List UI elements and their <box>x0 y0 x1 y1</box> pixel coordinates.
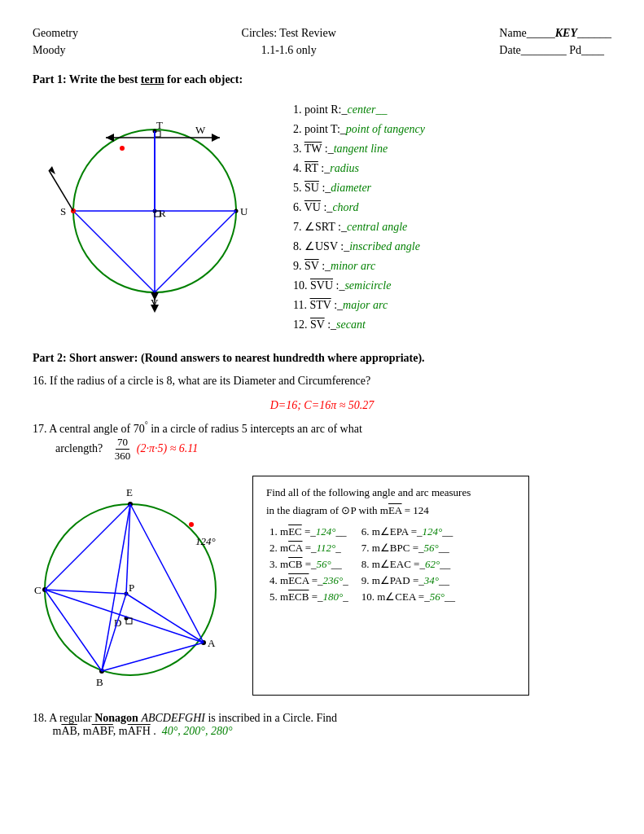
list-item: 3. TW :_tangent line <box>293 140 425 157</box>
instructor-label: Moody <box>33 42 78 59</box>
label-A: A <box>208 637 216 649</box>
label-E: E <box>126 486 133 498</box>
test-subtitle: 1.1-1.6 only <box>242 42 336 59</box>
svg-line-36 <box>102 643 204 671</box>
question-17: 17. A central angle of 70° in a circle o… <box>33 420 611 463</box>
circle2-svg: E C B A P D <box>33 476 236 696</box>
list-item: 7. ∠SRT :_central angle <box>293 218 425 235</box>
table-row: 4. mECA =_236°_ 9. m∠PAD =_34°__ <box>266 573 465 589</box>
list-item: 11. STV :_major arc <box>293 296 425 314</box>
header: Geometry Moody Circles: Test Review 1.1-… <box>33 24 611 59</box>
test-title: Circles: Test Review <box>242 24 336 42</box>
label-T: T <box>156 119 163 131</box>
label-S: S <box>60 205 66 217</box>
list-item: 5. SU :_diameter <box>293 179 425 196</box>
label-P: P <box>129 582 134 594</box>
svg-line-13 <box>155 211 236 292</box>
header-left: Geometry Moody <box>33 24 78 59</box>
q18-number: 18. <box>33 712 47 724</box>
list-item: 4. RT :_radius <box>293 160 425 177</box>
part1-container: T W S U V R <box>33 93 611 336</box>
list-item: 9. SV :_minor arc <box>293 257 425 274</box>
svg-line-38 <box>102 594 126 671</box>
answers-area: 1. point R:_center__ 2. point T:_point o… <box>293 93 425 336</box>
table-row: 3. mCB =_56°__ 8. m∠EAC =_62°__ <box>266 556 465 573</box>
answer-box: Find all of the following angle and arc … <box>252 476 529 696</box>
table-row: 2. mCA =_112°_ 7. m∠BPC =_56°__ <box>266 540 465 556</box>
part2-title: Part 2: Short answer: (Round answers to … <box>33 352 611 365</box>
q18-answer: 40°, 200°, 280° <box>162 725 233 737</box>
list-item: 12. SV :_secant <box>293 316 425 333</box>
list-item: 8. ∠USV :_inscribed angle <box>293 238 425 255</box>
svg-line-12 <box>73 211 155 292</box>
box-subtitle: in the diagram of ⊙P with mEA = 124 <box>266 504 515 517</box>
circle-diagram-2: E C B A P D <box>33 476 236 696</box>
header-center: Circles: Test Review 1.1-1.6 only <box>242 24 336 59</box>
part3-container: E C B A P D <box>33 476 611 696</box>
list-item: 10. SVU :_semicircle <box>293 277 425 294</box>
part1-title: Part 1: Write the best term for each obj… <box>33 73 611 86</box>
label-124: 124° <box>195 535 216 547</box>
fraction-70-360: 70 360 <box>113 436 133 463</box>
svg-line-40 <box>126 594 204 643</box>
q16-answer: D=16; C=16π ≈ 50.27 <box>33 399 611 412</box>
table-row: 1. mEC =_124°__ 6. m∠EPA =_124°__ <box>266 524 465 540</box>
q17-number: 17. <box>33 423 47 435</box>
list-item: 1. point R:_center__ <box>293 101 425 118</box>
circle-diagram: T W S U V R <box>33 93 277 321</box>
label-B: B <box>96 676 103 688</box>
answers-table: 1. mEC =_124°__ 6. m∠EPA =_124°__ 2. mCA… <box>266 524 465 605</box>
box-title: Find all of the following angle and arc … <box>266 486 515 499</box>
header-right: Name_____KEY______ Date________ Pd____ <box>499 24 611 59</box>
svg-line-35 <box>45 590 102 671</box>
list-item: 6. VU :_chord <box>293 199 425 216</box>
course-label: Geometry <box>33 24 78 42</box>
date-field: Date________ Pd____ <box>499 42 611 59</box>
svg-marker-22 <box>151 305 159 313</box>
svg-marker-4 <box>212 134 220 142</box>
q17-answer: (2·π·5) ≈ 6.11 <box>137 441 198 454</box>
svg-point-18 <box>120 146 125 151</box>
svg-point-24 <box>189 522 194 527</box>
question-18: 18. A regular Nonagon ABCDEFGHI is inscr… <box>33 712 611 738</box>
svg-marker-20 <box>49 166 55 174</box>
label-C: C <box>34 584 42 596</box>
table-row: 5. mECB =_180°_ 10. m∠CEA =_56°__ <box>266 589 465 605</box>
label-W: W <box>195 124 206 136</box>
answers-list: 1. point R:_center__ 2. point T:_point o… <box>293 101 425 333</box>
svg-marker-3 <box>106 134 114 142</box>
list-item: 2. point T:_point of tangency <box>293 121 425 138</box>
question-16: 16. If the radius of a circle is 8, what… <box>33 375 611 388</box>
label-R: R <box>159 207 166 219</box>
name-field: Name_____KEY______ <box>499 24 611 42</box>
label-U: U <box>240 205 248 217</box>
circle-svg: T W S U V R <box>33 93 277 321</box>
q16-number: 16. <box>33 375 47 387</box>
